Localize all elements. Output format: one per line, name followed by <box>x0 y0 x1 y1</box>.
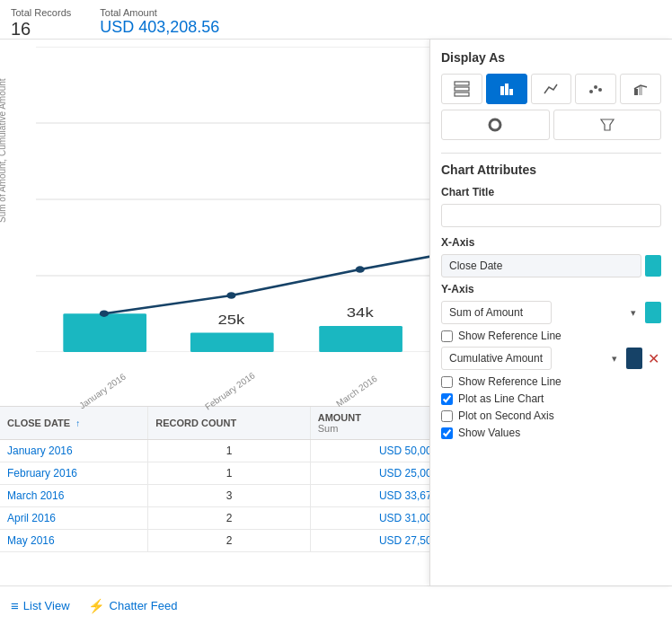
svg-point-32 <box>598 88 602 92</box>
cell-record-count: 2 <box>148 507 310 530</box>
svg-rect-14 <box>319 326 402 352</box>
header-bar: Total Records 16 Total Amount USD 403,20… <box>0 0 672 40</box>
list-view-icon: ≡ <box>11 598 19 613</box>
cell-close-date: April 2016 <box>0 507 148 530</box>
x-axis-color-swatch <box>645 255 661 277</box>
cell-close-date: March 2016 <box>0 485 148 507</box>
total-records-label: Total Records <box>11 7 71 18</box>
display-as-title: Display As <box>441 50 661 65</box>
svg-rect-12 <box>190 333 274 352</box>
cell-record-count: 1 <box>148 440 310 462</box>
ref-line-1-row: Show Reference Line <box>441 330 661 342</box>
chart-type-line[interactable] <box>531 74 572 104</box>
svg-text:25k: 25k <box>218 312 246 326</box>
svg-point-30 <box>589 90 593 93</box>
svg-marker-36 <box>601 119 614 130</box>
y-axis-1-color <box>645 302 661 323</box>
svg-point-19 <box>100 310 109 317</box>
show-values-label: Show Values <box>458 427 520 439</box>
second-axis-row: Plot on Second Axis <box>441 409 661 422</box>
x-axis-field: Close Date <box>441 254 641 277</box>
chart-type-grid2 <box>441 110 661 140</box>
chart-type-combo[interactable] <box>620 74 661 104</box>
svg-rect-33 <box>634 89 638 95</box>
remove-y-axis-2-button[interactable]: ✕ <box>646 350 661 367</box>
svg-rect-29 <box>509 89 513 95</box>
chatter-feed-button[interactable]: ⚡ Chatter Feed <box>88 598 178 614</box>
footer-bar: ≡ List View ⚡ Chatter Feed <box>0 585 672 625</box>
y-axis-2-select[interactable]: Cumulative Amount Sum of Amount <box>441 347 552 370</box>
second-axis-label: Plot on Second Axis <box>458 409 554 422</box>
line-chart-checkbox[interactable] <box>441 393 453 405</box>
cell-close-date: January 2016 <box>0 440 148 462</box>
svg-point-21 <box>356 266 365 273</box>
svg-rect-10 <box>63 313 146 352</box>
cell-record-count: 2 <box>148 530 310 552</box>
show-values-row: Show Values <box>441 427 661 439</box>
chart-attributes-title: Chart Attributes <box>441 163 661 177</box>
show-values-checkbox[interactable] <box>441 427 453 439</box>
line-chart-label: Plot as Line Chart <box>458 392 544 405</box>
total-amount-item: Total Amount USD 403,208.56 <box>100 7 219 38</box>
svg-text:34k: 34k <box>347 305 375 319</box>
total-records-item: Total Records 16 <box>11 7 71 40</box>
ref-line-1-label: Show Reference Line <box>458 330 561 342</box>
ref-line-2-label: Show Reference Line <box>458 375 561 388</box>
cell-record-count: 1 <box>148 462 310 485</box>
svg-point-20 <box>226 292 235 299</box>
chart-type-funnel[interactable] <box>553 110 662 140</box>
list-view-label: List View <box>23 599 70 612</box>
svg-rect-34 <box>639 86 642 95</box>
ref-line-2-checkbox[interactable] <box>441 376 453 388</box>
col-record-count[interactable]: RECORD COUNT <box>148 407 310 440</box>
y-axis-2-row: Cumulative Amount Sum of Amount ✕ <box>441 347 661 370</box>
line-chart-row: Plot as Line Chart <box>441 392 661 405</box>
chart-title-label: Chart Title <box>441 186 661 198</box>
svg-rect-24 <box>455 82 469 85</box>
total-amount-label: Total Amount <box>100 7 219 18</box>
ref-line-2-row: Show Reference Line <box>441 375 661 388</box>
chart-type-table[interactable] <box>441 74 482 104</box>
svg-point-31 <box>594 85 597 89</box>
svg-rect-25 <box>455 87 469 91</box>
chart-type-bar[interactable] <box>486 74 527 104</box>
svg-rect-28 <box>505 84 508 95</box>
svg-text:50k: 50k <box>90 293 119 306</box>
cell-close-date: May 2016 <box>0 530 148 552</box>
x-axis-label: X-Axis <box>441 236 661 249</box>
cell-close-date: February 2016 <box>0 462 148 485</box>
panel-divider-1 <box>441 153 661 154</box>
second-axis-checkbox[interactable] <box>441 410 453 422</box>
svg-rect-27 <box>500 86 504 95</box>
chart-type-donut[interactable] <box>441 110 550 140</box>
chart-type-dot[interactable] <box>575 74 616 104</box>
ref-line-1-checkbox[interactable] <box>441 330 453 342</box>
y-axis-2-color <box>626 348 642 369</box>
sort-icon: ↑ <box>75 418 80 428</box>
right-panel: Display As <box>429 40 672 585</box>
chart-type-grid <box>441 74 661 104</box>
y-axis-1-select[interactable]: Sum of Amount Cumulative Amount <box>441 301 552 324</box>
svg-rect-26 <box>455 92 469 96</box>
x-axis-row: Close Date <box>441 254 661 277</box>
list-view-button[interactable]: ≡ List View <box>11 598 70 613</box>
svg-point-35 <box>490 119 500 130</box>
y-axis-1-row: Sum of Amount Cumulative Amount <box>441 301 661 324</box>
total-records-value: 16 <box>11 18 71 40</box>
y-axis-label: Y-Axis <box>441 283 661 295</box>
chatter-icon: ⚡ <box>88 598 105 614</box>
chatter-feed-label: Chatter Feed <box>110 599 178 612</box>
total-amount-value: USD 403,208.56 <box>100 18 219 38</box>
chart-title-input[interactable] <box>441 204 661 227</box>
cell-record-count: 3 <box>148 485 310 507</box>
